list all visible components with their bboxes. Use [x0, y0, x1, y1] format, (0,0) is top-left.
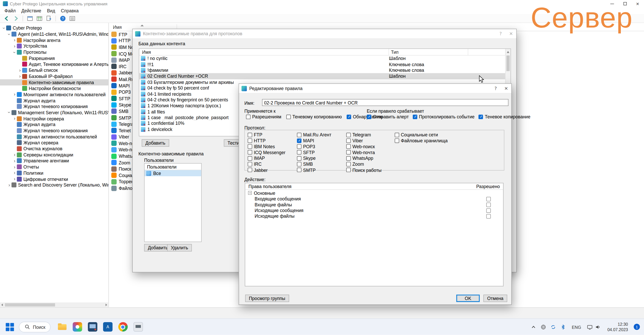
expand-icon[interactable]: › — [7, 183, 12, 187]
scrollbar-thumb[interactable] — [5, 303, 55, 307]
view-group-button[interactable]: Просмотр группы — [245, 295, 289, 302]
checkbox-unchecked[interactable] — [486, 202, 491, 207]
protocol-option[interactable]: WhatsApp — [346, 156, 381, 161]
checkbox-unchecked[interactable] — [346, 156, 351, 161]
tree-item[interactable]: ›Белый список — [0, 67, 109, 73]
content-db-row[interactable]: !!!1Ключевые слова — [139, 61, 511, 67]
expand-icon[interactable]: › — [12, 92, 17, 97]
cancel-button[interactable]: Отмена — [484, 295, 507, 302]
checkbox-checked[interactable] — [479, 114, 483, 119]
expand-icon[interactable]: › — [12, 116, 17, 121]
checkbox-unchecked[interactable] — [346, 138, 351, 143]
db-add-button[interactable]: Добавить — [142, 139, 169, 147]
protocol-option[interactable]: FTP — [248, 132, 285, 137]
display-icon[interactable] — [587, 324, 593, 330]
dialog-title-bar[interactable]: Контентно-зависимые правила для протокол… — [133, 29, 516, 38]
scrollbar-thumb[interactable] — [506, 56, 510, 71]
content-db-header[interactable]: Имя Тип — [139, 49, 511, 56]
checkbox-unchecked[interactable] — [248, 144, 252, 149]
checkbox-unchecked[interactable] — [248, 156, 252, 161]
globe-icon[interactable] — [541, 324, 546, 330]
protocol-option[interactable]: SMTP — [297, 167, 332, 172]
tree-item[interactable]: ›Мониторинг активности пользователей — [0, 91, 109, 97]
checkbox-unchecked[interactable] — [486, 208, 491, 213]
checkbox-unchecked[interactable] — [297, 144, 302, 149]
menu-Вид[interactable]: Вид — [44, 8, 58, 13]
dialog-close-button[interactable]: ✕ — [509, 31, 513, 37]
ok-button[interactable]: OK — [456, 295, 480, 302]
protocol-option[interactable]: Поиск работы — [346, 167, 381, 172]
db-column-type[interactable]: Тип — [389, 49, 468, 55]
start-button[interactable] — [5, 322, 15, 332]
expand-icon[interactable]: › — [18, 74, 22, 79]
protocol-option[interactable]: Skype — [297, 156, 332, 161]
tree-item[interactable]: ›Management Server (Локально, Win11-RUS\… — [0, 110, 109, 116]
scroll-left-icon[interactable] — [1, 304, 3, 306]
protocol-option[interactable]: SMB — [297, 162, 332, 166]
file-explorer-taskbar-button[interactable] — [57, 322, 67, 332]
dialog-help-button[interactable]: ? — [499, 31, 502, 37]
tree-item[interactable]: ›Протоколы — [0, 49, 109, 55]
expand-icon[interactable]: › — [12, 38, 17, 42]
taskbar-clock[interactable]: 12:30 04.07.2023 — [607, 322, 628, 332]
dialog-close-button[interactable]: ✕ — [504, 86, 508, 91]
protocol-option[interactable]: Файловые хранилища — [395, 138, 448, 143]
expand-icon[interactable]: › — [12, 171, 17, 175]
tree-item[interactable]: ›Серверы консолидации — [0, 152, 109, 158]
back-toolbar-icon[interactable] — [3, 15, 10, 22]
tree-item[interactable]: ›Управление агентами — [0, 158, 109, 164]
checkbox-unchecked[interactable] — [486, 197, 491, 201]
checkbox-unchecked[interactable] — [486, 214, 491, 218]
protocol-option[interactable]: IBM Notes — [248, 144, 285, 149]
notification-badge[interactable]: 1 — [634, 324, 640, 330]
checkbox-unchecked[interactable] — [346, 162, 351, 166]
taskbar-search[interactable]: Поиск — [19, 322, 51, 332]
checkbox-unchecked[interactable] — [297, 168, 302, 172]
db-column-name[interactable]: Имя — [139, 49, 389, 55]
expand-icon[interactable]: › — [12, 158, 17, 163]
protocol-option[interactable]: Telegram — [346, 132, 381, 137]
tree-item[interactable]: Журнал теневого копирования — [0, 103, 109, 109]
forward-toolbar-icon[interactable] — [12, 15, 19, 22]
bluetooth-icon[interactable] — [560, 324, 566, 330]
protocol-option[interactable]: IRC — [248, 162, 285, 166]
menu-Файл[interactable]: Файл — [2, 8, 19, 13]
trigger-option[interactable]: Теневое копирование — [479, 114, 530, 119]
tree-item[interactable]: ›Базовый IP-файрвол — [0, 73, 109, 79]
photos-taskbar-button[interactable] — [73, 322, 82, 332]
expand-icon[interactable]: › — [12, 153, 17, 157]
protocol-option[interactable]: SFTP — [297, 150, 332, 155]
checkbox-checked[interactable] — [367, 114, 371, 119]
protocol-option[interactable]: HTTP — [248, 138, 285, 143]
user-right-row[interactable]: Исходящие файлы — [245, 213, 503, 219]
protocol-option[interactable]: Web-поиск — [346, 144, 381, 149]
close-button[interactable]: ✕ — [631, 0, 644, 7]
list-toolbar-icon[interactable] — [69, 15, 76, 22]
scroll-up-icon[interactable] — [507, 51, 509, 53]
tree-item[interactable]: Журнал теневого копирования — [0, 128, 109, 134]
agent-taskbar-button[interactable] — [133, 322, 143, 332]
tree-item[interactable]: ›Agent (win11-client, Win11-RUS\Admin, W… — [0, 31, 109, 37]
tree-item[interactable]: ›Отчеты — [0, 164, 109, 170]
tree-item[interactable]: ›Cyber Protego — [0, 25, 109, 31]
tree-item[interactable]: ›Политики — [0, 170, 109, 176]
collapse-icon[interactable]: › — [7, 32, 12, 37]
checkbox-unchecked[interactable] — [395, 138, 399, 143]
tree-horizontal-scrollbar[interactable] — [0, 302, 109, 307]
protocol-option[interactable]: Jabber — [248, 167, 285, 172]
user-right-row[interactable]: Исходящие сообщения — [245, 207, 503, 213]
tree-item[interactable]: ›Цифровые отпечатки — [0, 176, 109, 182]
protocol-option[interactable]: ICQ Messenger — [248, 150, 285, 155]
checkbox-unchecked[interactable] — [286, 114, 291, 119]
grid-toolbar-icon[interactable] — [36, 15, 43, 22]
checkbox-unchecked[interactable] — [346, 168, 351, 172]
tree-item[interactable]: Аудит, Теневое копирование и Алерты — [0, 61, 109, 67]
console-taskbar-button[interactable] — [88, 322, 97, 332]
trigger-option[interactable]: Протоколировать событие — [413, 114, 475, 119]
protocol-option[interactable]: Viber — [346, 138, 381, 143]
protocol-option[interactable]: POP3 — [297, 144, 332, 149]
tree-item[interactable]: Контентно-зависимые правила — [0, 80, 109, 85]
checkbox-unchecked[interactable] — [248, 133, 252, 137]
chevron-up-icon[interactable] — [531, 324, 536, 330]
help-toolbar-icon[interactable]: ? — [59, 15, 66, 22]
